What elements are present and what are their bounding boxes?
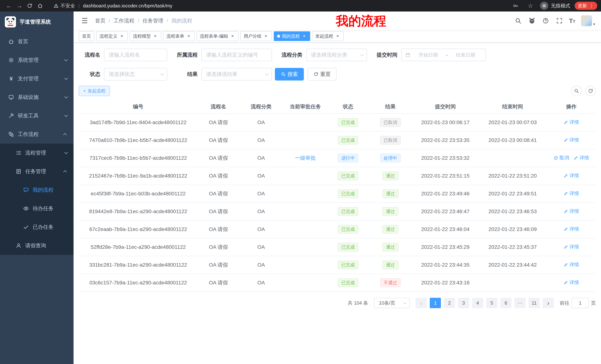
detail-link[interactable]: 详情 (573, 154, 589, 161)
tab-close-icon[interactable]: × (153, 34, 158, 39)
detail-link[interactable]: 详情 (563, 137, 579, 143)
page-size-select[interactable]: 10条/页 (374, 298, 410, 308)
detail-link[interactable]: 详情 (563, 190, 579, 197)
tab-item[interactable]: 我的流程 × (274, 31, 310, 41)
category-select[interactable]: 请选择流程分类 (306, 49, 367, 61)
avatar[interactable] (581, 15, 592, 26)
detail-link[interactable]: 详情 (563, 244, 579, 250)
browser-forward-button[interactable]: → (14, 0, 25, 11)
cell-actions: 取消详情 (547, 149, 596, 167)
password-key-button[interactable] (510, 0, 521, 11)
browser-home-button[interactable] (35, 0, 45, 11)
detail-link[interactable]: 详情 (563, 279, 579, 286)
table-row[interactable]: 7317cec6-7b9b-11ec-b5b7-acde48001122 OA … (79, 149, 596, 167)
tab-close-icon[interactable]: × (119, 34, 124, 39)
search-button[interactable]: 搜索 (275, 68, 304, 80)
process-name-input[interactable] (104, 49, 167, 61)
table-row[interactable]: ec45f38f-7b9a-11ec-b03b-acde48001122 OA … (79, 185, 596, 203)
breadcrumb-item[interactable]: 任务管理 (143, 17, 163, 24)
start-process-button[interactable]: + 发起流程 (79, 86, 110, 96)
sidebar-item-process-mgmt[interactable]: 流程管理 (0, 144, 74, 162)
table-row[interactable]: 03c6c157-7b9a-11ec-a290-acde48001122 OA … (79, 274, 596, 292)
tab-item[interactable]: 流程模型 × (130, 31, 161, 41)
table-row[interactable]: 3ad174fb-7b9d-11ec-8404-acde48001122 OA … (79, 114, 596, 131)
tab-close-icon[interactable]: × (335, 34, 340, 39)
refresh-table-button[interactable] (585, 86, 596, 96)
prev-page-button[interactable]: ‹ (416, 298, 427, 308)
tab-item[interactable]: 发起流程 × (312, 31, 344, 41)
tab-close-icon[interactable]: × (186, 34, 191, 39)
sidebar-item-dev-tools[interactable]: 研发工具 (0, 106, 74, 125)
toggle-search-button[interactable] (571, 86, 582, 96)
detail-link[interactable]: 详情 (563, 119, 579, 125)
search-icon[interactable] (514, 17, 522, 25)
detail-link[interactable]: 详情 (563, 226, 579, 232)
sidebar-item-payment-mgmt[interactable]: ¥ 支付管理 (0, 69, 74, 88)
font-size-icon[interactable]: TT (569, 18, 575, 24)
tab-close-icon[interactable]: × (230, 34, 235, 39)
fullscreen-icon[interactable] (555, 17, 563, 25)
address-bar[interactable]: 不安全 | dashboard.yudao.iocoder.cn/bpm/tas… (53, 3, 510, 9)
sidebar-item-home[interactable]: 首页 (0, 32, 74, 51)
cancel-link[interactable]: 取消 (553, 154, 569, 161)
tab-item[interactable]: 流程表单 × (163, 31, 195, 41)
page-button[interactable]: 5 (486, 298, 497, 308)
cell-actions: 详情 (547, 274, 596, 292)
breadcrumb-item[interactable]: 首页 (95, 17, 105, 24)
sidebar-item-system-mgmt[interactable]: 系统管理 (0, 51, 74, 69)
status-select[interactable]: 请选择状态 (104, 68, 167, 80)
github-icon[interactable] (528, 17, 536, 25)
app-logo[interactable]: 芋道管理系统 (0, 11, 74, 32)
table-row[interactable]: 67c2eaab-7b9a-11ec-a290-acde48001122 OA … (79, 220, 596, 238)
browser-back-button[interactable]: ← (4, 0, 14, 11)
tab-item[interactable]: 流程定义 × (96, 31, 128, 41)
goto-page-input[interactable] (572, 298, 589, 308)
bookmark-star-button[interactable]: ☆ (525, 0, 536, 11)
sidebar-item-leave-query[interactable]: 请假查询 (0, 236, 74, 255)
tab-item[interactable]: 用户分组 × (240, 31, 272, 41)
cell-current-task (283, 203, 328, 220)
result-select[interactable]: 请选择流结果 (201, 68, 272, 80)
sidebar-item-done-tasks[interactable]: 已办任务 (0, 218, 74, 236)
sidebar-item-infrastructure[interactable]: 基础设施 (0, 88, 74, 106)
page-more-button[interactable]: ··· (514, 298, 526, 308)
sidebar-toggle-icon[interactable]: ☰ (80, 17, 90, 25)
page-button[interactable]: 1 (430, 298, 441, 308)
sidebar-item-my-process[interactable]: 我的流程 (0, 181, 74, 199)
security-warning[interactable]: 不安全 (53, 3, 75, 9)
sidebar-item-todo-tasks[interactable]: 待办任务 (0, 199, 74, 218)
sidebar-item-workflow[interactable]: 工作流程 (0, 125, 74, 144)
sidebar-item-task-mgmt[interactable]: 任务管理 (0, 162, 74, 181)
page-button[interactable]: 3 (458, 298, 469, 308)
tab-item[interactable]: 首页 (79, 31, 94, 41)
page-button[interactable]: 4 (472, 298, 483, 308)
browser-refresh-button[interactable] (25, 0, 35, 11)
table-row[interactable]: 2152467e-7b9b-11ec-9a1b-acde48001122 OA … (79, 167, 596, 185)
table-row[interactable]: 7470a810-7b9b-11ec-b5b7-acde48001122 OA … (79, 131, 596, 149)
detail-link[interactable]: 详情 (563, 261, 579, 268)
tab-close-icon[interactable]: × (302, 34, 307, 39)
page-button[interactable]: 6 (500, 298, 511, 308)
table-row[interactable]: 819442e8-7b9a-11ec-a290-acde48001122 OA … (79, 203, 596, 220)
reset-button[interactable]: 重置 (308, 68, 337, 80)
tab-item[interactable]: 流程表单-编辑 × (197, 31, 239, 41)
detail-link[interactable]: 详情 (563, 172, 579, 179)
current-task-link[interactable]: 一级审批 (295, 155, 316, 161)
process-definition-input[interactable] (201, 49, 272, 61)
update-button[interactable]: 更新 ⋮ (575, 2, 597, 10)
table-row[interactable]: 331bc281-7b9a-11ec-a290-acde48001122 OA … (79, 256, 596, 274)
next-page-button[interactable]: › (543, 298, 554, 308)
browser-menu-icon[interactable]: ⋮ (589, 3, 594, 9)
table-row[interactable]: 52ffd28e-7b9a-11ec-a290-acde48001122 OA … (79, 238, 596, 256)
detail-link[interactable]: 详情 (563, 208, 579, 214)
page-button[interactable]: 11 (529, 298, 540, 308)
breadcrumb-item[interactable]: 工作流程 (114, 17, 134, 24)
user-menu[interactable]: ▾ (581, 15, 595, 26)
page-button[interactable]: 2 (444, 298, 455, 308)
tab-close-icon[interactable]: × (263, 34, 269, 39)
submit-time-range-picker[interactable]: 开始日期 - 结束日期 (401, 49, 486, 61)
cell-current-task (283, 131, 328, 149)
help-icon[interactable] (541, 17, 550, 25)
cell-status: 已完成 (328, 131, 369, 149)
security-label: 不安全 (60, 3, 75, 9)
